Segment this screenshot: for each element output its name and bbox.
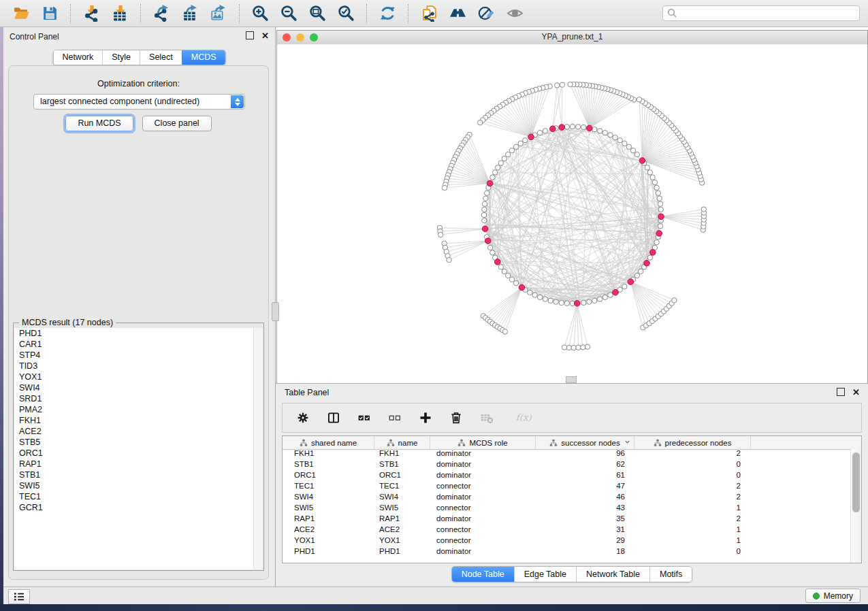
network-node[interactable]	[658, 207, 663, 212]
network-node[interactable]	[608, 133, 613, 137]
network-node[interactable]	[532, 293, 537, 297]
network-node[interactable]	[502, 269, 507, 274]
tab-motifs[interactable]: Motifs	[649, 567, 692, 582]
mcds-result-item[interactable]: SWI5	[14, 480, 254, 491]
mcds-result-item[interactable]: STB1	[14, 469, 254, 480]
network-node[interactable]	[598, 129, 602, 133]
table-row[interactable]: STB1STB1dominator620	[283, 460, 851, 471]
create-column-icon[interactable]	[419, 410, 432, 425]
table-row[interactable]: PHD1PHD1dominator180	[283, 547, 851, 558]
column-header-MCDS-role[interactable]: MCDS role	[430, 436, 536, 449]
network-node[interactable]	[518, 141, 523, 146]
network-node[interactable]	[639, 269, 643, 274]
mcds-result-item[interactable]: SWI4	[14, 382, 254, 393]
network-node[interactable]	[498, 265, 503, 269]
settings-icon[interactable]	[296, 410, 310, 425]
mcds-result-item[interactable]: YOX1	[14, 371, 254, 382]
mcds-result-item[interactable]: GCR1	[14, 502, 254, 513]
network-node[interactable]	[438, 232, 443, 237]
network-node[interactable]	[634, 152, 639, 156]
network-node[interactable]	[658, 201, 662, 206]
network-node[interactable]	[581, 300, 586, 305]
split-panel-icon[interactable]	[327, 410, 340, 425]
mcds-hub-node[interactable]	[559, 125, 565, 131]
optimization-criterion-select[interactable]: largest connected component (undirected)	[33, 94, 245, 110]
column-header-name[interactable]: name	[374, 436, 430, 449]
mcds-hub-node[interactable]	[482, 226, 488, 232]
network-node[interactable]	[506, 273, 511, 278]
zoom-fit-icon[interactable]	[308, 4, 327, 23]
network-node[interactable]	[559, 300, 564, 305]
mcds-hub-node[interactable]	[495, 259, 501, 265]
network-node[interactable]	[528, 290, 532, 295]
table-scrollbar[interactable]	[850, 449, 861, 563]
network-node[interactable]	[443, 185, 447, 190]
column-header-predecessor-nodes[interactable]: predecessor nodes	[634, 436, 751, 449]
network-node[interactable]	[570, 124, 575, 129]
refresh-icon[interactable]	[378, 4, 397, 23]
network-node[interactable]	[482, 207, 487, 212]
window-minimize-icon[interactable]	[296, 33, 304, 42]
network-node[interactable]	[622, 141, 627, 146]
horizontal-splitter-handle[interactable]	[566, 376, 577, 383]
network-node[interactable]	[560, 82, 564, 87]
network-node[interactable]	[634, 273, 639, 278]
network-node[interactable]	[592, 298, 597, 303]
network-node[interactable]	[647, 255, 652, 260]
network-node[interactable]	[672, 298, 677, 303]
network-node[interactable]	[502, 329, 507, 334]
hide-all-columns-icon[interactable]	[388, 410, 402, 425]
network-node[interactable]	[566, 345, 571, 350]
network-node[interactable]	[482, 201, 487, 206]
mcds-result-item[interactable]: TEC1	[14, 491, 254, 502]
network-node[interactable]	[483, 196, 488, 201]
network-node[interactable]	[592, 127, 597, 131]
network-node[interactable]	[701, 207, 706, 212]
tab-edge-table[interactable]: Edge Table	[514, 567, 576, 582]
network-node[interactable]	[617, 138, 622, 143]
search-network-icon[interactable]	[448, 4, 467, 23]
network-node[interactable]	[657, 196, 662, 201]
graphics-details-icon[interactable]	[477, 4, 496, 23]
network-node[interactable]	[608, 293, 613, 297]
mcds-hub-node[interactable]	[587, 125, 593, 131]
table-row[interactable]: ORC1ORC1dominator610	[283, 471, 851, 482]
network-node[interactable]	[656, 191, 660, 195]
mcds-result-item[interactable]: ORC1	[14, 448, 254, 459]
mcds-result-item[interactable]: STB5	[14, 437, 254, 448]
network-node[interactable]	[598, 297, 602, 301]
network-graph[interactable]	[277, 44, 867, 383]
network-node[interactable]	[482, 218, 487, 223]
network-node[interactable]	[506, 152, 511, 156]
export-table-icon[interactable]	[180, 4, 199, 23]
search-input[interactable]	[662, 5, 860, 21]
network-node[interactable]	[622, 284, 627, 289]
network-node[interactable]	[650, 175, 655, 180]
network-node[interactable]	[513, 144, 518, 149]
show-panels-menu-button[interactable]	[8, 589, 30, 604]
network-node[interactable]	[537, 130, 542, 135]
zoom-in-icon[interactable]	[251, 4, 270, 23]
network-node[interactable]	[543, 297, 547, 301]
table-scrollbar-thumb[interactable]	[852, 452, 860, 512]
column-header-shared-name[interactable]: shared name	[283, 436, 374, 449]
network-node[interactable]	[613, 135, 617, 139]
mcds-hub-node[interactable]	[644, 261, 650, 267]
network-node[interactable]	[447, 257, 451, 262]
mcds-result-list[interactable]: PHD1CAR1STP4TID3YOX1SWI4SRD1PMA2FKH1ACE2…	[14, 328, 254, 569]
network-node[interactable]	[630, 148, 635, 153]
network-node[interactable]	[490, 250, 495, 255]
network-node[interactable]	[645, 165, 649, 170]
network-node[interactable]	[654, 240, 659, 245]
network-node[interactable]	[658, 224, 662, 229]
select-stepper-icon[interactable]	[231, 95, 244, 108]
network-node[interactable]	[481, 212, 486, 217]
network-node[interactable]	[581, 125, 586, 129]
vertical-splitter-handle[interactable]	[272, 302, 279, 321]
mcds-result-item[interactable]: TID3	[14, 361, 254, 371]
network-node[interactable]	[571, 345, 576, 350]
float-table-panel-icon[interactable]	[837, 388, 845, 396]
mcds-hub-node[interactable]	[487, 180, 493, 186]
network-node[interactable]	[564, 125, 569, 129]
zoom-selected-icon[interactable]	[336, 4, 355, 23]
